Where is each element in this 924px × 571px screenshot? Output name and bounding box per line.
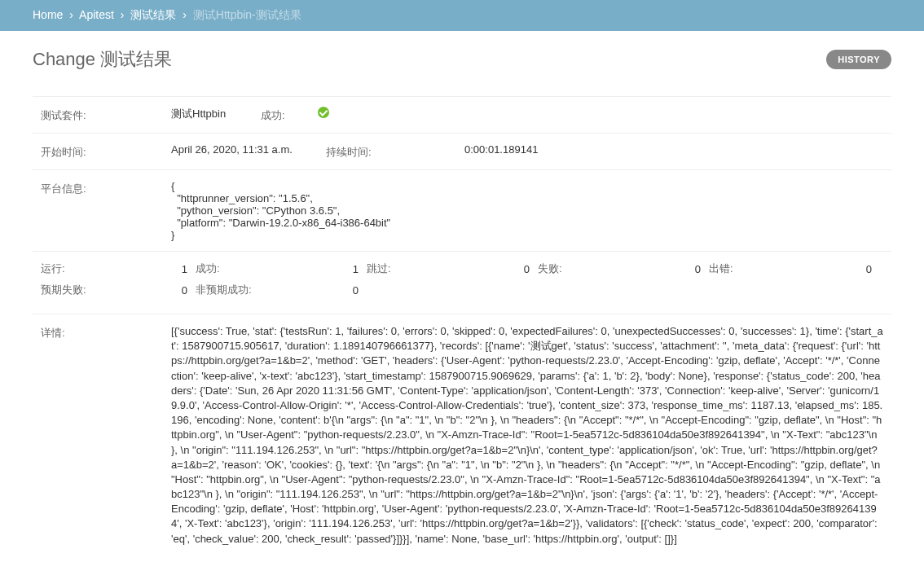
breadcrumb-app[interactable]: Apitest [79, 8, 114, 21]
fieldset-suite: 测试套件: 测试Httpbin 成功: [33, 96, 891, 133]
fail-value: 0 [587, 263, 701, 275]
skip-label: 跳过: [367, 261, 416, 276]
page-title: Change 测试结果 [33, 47, 172, 72]
success-value [318, 107, 416, 121]
breadcrumb-sep: › [121, 8, 125, 21]
succ-label: 成功: [196, 261, 244, 276]
fieldset-platform: 平台信息: { "httprunner_version": "1.5.6", "… [33, 169, 891, 251]
fail-label: 失败: [538, 261, 587, 276]
unexpsucc-value: 0 [269, 284, 359, 296]
breadcrumb-home[interactable]: Home [33, 8, 63, 21]
unexpsucc-label: 非预期成功: [196, 283, 269, 297]
success-label: 成功: [261, 107, 318, 123]
run-label: 运行: [41, 261, 171, 276]
fieldset-details: 详情: [{'success': True, 'stat': {'testsRu… [33, 314, 891, 556]
breadcrumb-model[interactable]: 测试结果 [130, 8, 176, 21]
details-value: [{'success': True, 'stat': {'testsRun': … [171, 324, 883, 547]
details-label: 详情: [41, 324, 171, 340]
history-button[interactable]: HISTORY [826, 50, 891, 69]
platform-pre: { "httprunner_version": "1.5.6", "python… [171, 180, 883, 241]
start-time-value: April 26, 2020, 11:31 a.m. [171, 143, 310, 156]
breadcrumb: Home › Apitest › 测试结果 › 测试Httpbin-测试结果 [0, 0, 924, 31]
fieldset-stats: 运行:1 成功:1 跳过:0 失败:0 出错:0 预期失败:0 非预期成功:0 [33, 251, 891, 314]
error-value: 0 [758, 263, 872, 275]
duration-value: 0:00:01.189141 [383, 143, 505, 156]
start-time-label: 开始时间: [41, 143, 171, 160]
platform-label: 平台信息: [41, 180, 171, 196]
expfail-value: 0 [171, 284, 187, 296]
run-value: 1 [171, 263, 187, 275]
breadcrumb-current: 测试Httpbin-测试结果 [193, 8, 301, 21]
success-check-icon [318, 107, 329, 118]
main-content: Change 测试结果 HISTORY 测试套件: 测试Httpbin 成功: … [0, 31, 924, 571]
fieldset-time: 开始时间: April 26, 2020, 11:31 a.m. 持续时间: 0… [33, 133, 891, 169]
succ-value: 1 [244, 263, 359, 275]
expfail-label: 预期失败: [41, 283, 171, 297]
breadcrumb-sep: › [183, 8, 187, 21]
skip-value: 0 [416, 263, 530, 275]
suite-label: 测试套件: [41, 107, 171, 123]
breadcrumb-sep: › [69, 8, 73, 21]
page-header: Change 测试结果 HISTORY [33, 47, 891, 72]
suite-value: 测试Httpbin [171, 107, 244, 121]
duration-label: 持续时间: [326, 143, 383, 160]
error-label: 出错: [709, 261, 758, 276]
platform-value: { "httprunner_version": "1.5.6", "python… [171, 180, 883, 241]
